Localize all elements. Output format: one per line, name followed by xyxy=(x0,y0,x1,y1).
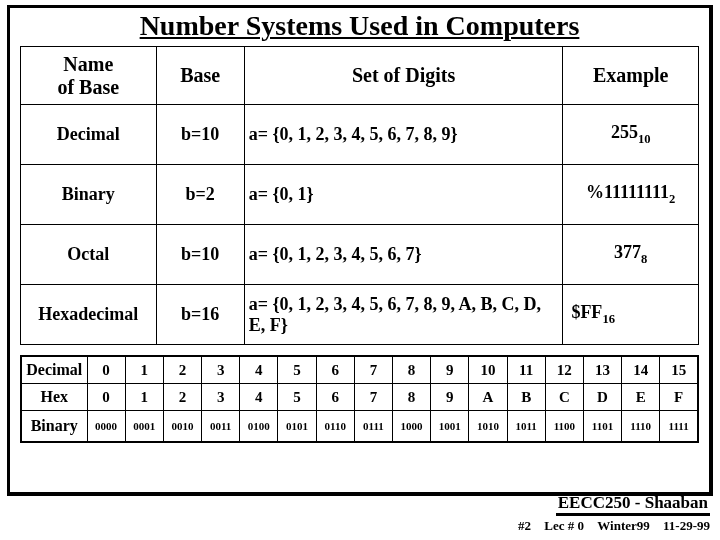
cell-name: Octal xyxy=(21,225,157,285)
conversion-table: Decimal 0123 4567 891011 12131415 Hex 01… xyxy=(20,355,699,443)
date: 11-29-99 xyxy=(663,518,710,533)
slide-meta: #2 Lec # 0 Winter99 11-29-99 xyxy=(508,518,710,534)
cell-example: $FF16 xyxy=(563,285,699,345)
cell-digits: a= {0, 1, 2, 3, 4, 5, 6, 7, 8, 9, A, B, … xyxy=(244,285,563,345)
cell-digits: a= {0, 1, 2, 3, 4, 5, 6, 7} xyxy=(244,225,563,285)
slide-title: Number Systems Used in Computers xyxy=(20,8,699,46)
cell-digits: a= {0, 1, 2, 3, 4, 5, 6, 7, 8, 9} xyxy=(244,105,563,165)
term: Winter99 xyxy=(597,518,649,533)
number-systems-table: Name of Base Base Set of Digits Example … xyxy=(20,46,699,345)
col-digits: Set of Digits xyxy=(244,47,563,105)
cell-base: b=2 xyxy=(156,165,244,225)
cell-base: b=16 xyxy=(156,285,244,345)
cell-base: b=10 xyxy=(156,225,244,285)
cell-base: b=10 xyxy=(156,105,244,165)
cell-example: %111111112 xyxy=(563,165,699,225)
col-name: Name of Base xyxy=(21,47,157,105)
slide-frame: Number Systems Used in Computers Name of… xyxy=(7,5,713,496)
cell-example: 25510 xyxy=(563,105,699,165)
header-row: Name of Base Base Set of Digits Example xyxy=(21,47,699,105)
conv-row-dec: Decimal 0123 4567 891011 12131415 xyxy=(21,356,698,384)
slide-number: #2 xyxy=(518,518,531,533)
cell-digits: a= {0, 1} xyxy=(244,165,563,225)
row-binary: Binary b=2 a= {0, 1} %111111112 xyxy=(21,165,699,225)
lecture-number: Lec # 0 xyxy=(544,518,584,533)
col-example: Example xyxy=(563,47,699,105)
cell-example: 3778 xyxy=(563,225,699,285)
row-hex: Hexadecimal b=16 a= {0, 1, 2, 3, 4, 5, 6… xyxy=(21,285,699,345)
row-octal: Octal b=10 a= {0, 1, 2, 3, 4, 5, 6, 7} 3… xyxy=(21,225,699,285)
course-footer: EECC250 - Shaaban xyxy=(556,493,710,516)
conv-label-dec: Decimal xyxy=(21,356,87,384)
conv-label-hex: Hex xyxy=(21,384,87,411)
conv-row-bin: Binary 0000000100100011 0100010101100111… xyxy=(21,411,698,443)
col-base: Base xyxy=(156,47,244,105)
conv-row-hex: Hex 0123 4567 89AB CDEF xyxy=(21,384,698,411)
cell-name: Decimal xyxy=(21,105,157,165)
cell-name: Hexadecimal xyxy=(21,285,157,345)
conv-label-bin: Binary xyxy=(21,411,87,443)
row-decimal: Decimal b=10 a= {0, 1, 2, 3, 4, 5, 6, 7,… xyxy=(21,105,699,165)
cell-name: Binary xyxy=(21,165,157,225)
